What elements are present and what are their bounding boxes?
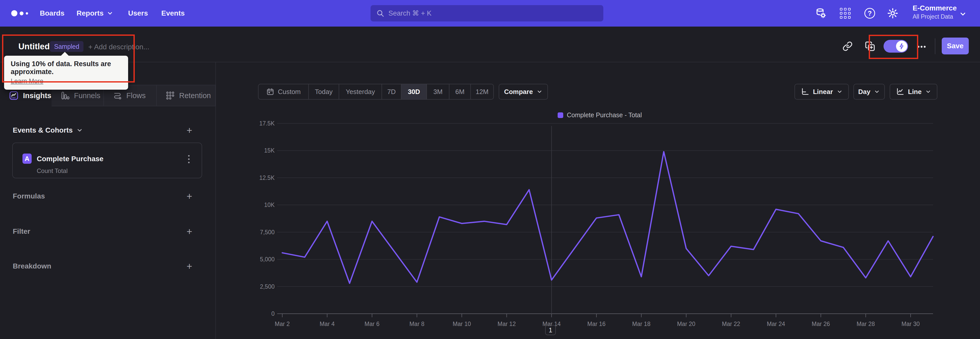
svg-text:Mar 8: Mar 8 — [409, 321, 425, 327]
nav-item-reports[interactable]: Reports — [76, 0, 113, 27]
date-range-control: Custom Today Yesterday 7D 30D 3M 6M 12M — [258, 84, 494, 100]
svg-text:15K: 15K — [264, 147, 275, 154]
svg-text:17.5K: 17.5K — [259, 120, 275, 127]
svg-text:Mar 28: Mar 28 — [856, 321, 875, 327]
range-3m[interactable]: 3M — [426, 84, 449, 99]
range-6m[interactable]: 6M — [449, 84, 470, 99]
sampling-toggle[interactable] — [883, 40, 908, 53]
event-name[interactable]: Complete Purchase — [37, 155, 103, 163]
range-custom[interactable]: Custom — [259, 84, 308, 99]
chart-type-dropdown[interactable]: Line — [890, 84, 937, 100]
search-input[interactable]: Search ⌘ + K — [371, 5, 603, 21]
svg-text:Mar 12: Mar 12 — [498, 321, 516, 327]
save-button[interactable]: Save — [942, 38, 969, 54]
insights-icon — [9, 90, 19, 101]
event-options-icon[interactable] — [184, 153, 194, 165]
range-30d[interactable]: 30D — [401, 84, 426, 99]
chevron-down-icon — [837, 89, 843, 95]
nav-item-boards[interactable]: Boards — [40, 0, 64, 27]
lightning-bolt-icon — [898, 43, 905, 50]
apps-grid-icon[interactable] — [839, 7, 851, 19]
chevron-down-icon — [874, 89, 880, 95]
project-switcher[interactable]: E-Commerce All Project Data — [913, 4, 957, 20]
project-scope: All Project Data — [913, 13, 957, 20]
copy-link-icon[interactable] — [842, 40, 853, 52]
project-chevron-icon[interactable] — [959, 10, 967, 18]
mixpanel-logo-icon[interactable] — [11, 10, 28, 16]
add-filter-button[interactable]: + — [184, 226, 194, 237]
pagination-page-1[interactable]: 1 — [545, 325, 556, 335]
add-to-board-icon[interactable] — [864, 40, 876, 52]
linear-axis-icon — [800, 87, 809, 96]
svg-text:Mar 24: Mar 24 — [767, 321, 785, 327]
svg-text:Mar 2: Mar 2 — [275, 321, 290, 327]
settings-gear-icon[interactable] — [886, 7, 899, 19]
scale-dropdown[interactable]: Linear — [794, 84, 849, 100]
series-letter-badge: A — [22, 154, 32, 164]
line-chart[interactable]: 02,5005,0007,50010K12.5K15K17.5KMar 2Mar… — [255, 116, 944, 336]
data-management-icon[interactable] — [815, 7, 827, 19]
divider — [935, 38, 935, 54]
chevron-down-icon — [107, 10, 113, 17]
funnels-icon — [60, 91, 70, 101]
line-chart-icon — [896, 87, 904, 96]
divider — [0, 62, 980, 62]
svg-text:Mar 18: Mar 18 — [632, 321, 651, 327]
compare-button[interactable]: Compare — [499, 84, 548, 100]
interval-dropdown[interactable]: Day — [853, 84, 885, 100]
nav-item-users[interactable]: Users — [128, 0, 148, 27]
search-placeholder: Search ⌘ + K — [388, 9, 431, 18]
retention-icon — [165, 91, 175, 101]
svg-text:10K: 10K — [264, 201, 275, 208]
section-formulas: Formulas — [13, 192, 45, 200]
report-title[interactable]: Untitled — [18, 42, 50, 51]
range-12m[interactable]: 12M — [470, 84, 493, 99]
tab-retention[interactable]: Retention — [157, 85, 216, 106]
chevron-down-icon — [536, 89, 542, 95]
svg-text:12.5K: 12.5K — [259, 174, 275, 181]
learn-more-link[interactable]: Learn More — [11, 77, 43, 85]
range-7d[interactable]: 7D — [382, 84, 401, 99]
chevron-down-icon — [76, 127, 83, 134]
tooltip-text: Using 10% of data. Results are approxima… — [11, 60, 121, 76]
add-formula-button[interactable]: + — [184, 191, 194, 201]
svg-text:Mar 4: Mar 4 — [320, 321, 334, 327]
search-icon — [376, 9, 384, 18]
svg-text:Mar 22: Mar 22 — [722, 321, 740, 327]
nav-item-events[interactable]: Events — [161, 0, 185, 27]
flows-icon — [113, 91, 122, 101]
svg-text:Mar 30: Mar 30 — [901, 321, 920, 327]
svg-text:0: 0 — [271, 310, 275, 317]
sampling-tooltip: Using 10% of data. Results are approxima… — [4, 56, 128, 90]
events-cohorts-header[interactable]: Events & Cohorts — [13, 126, 83, 134]
project-name: E-Commerce — [913, 4, 957, 12]
calendar-icon — [266, 88, 274, 96]
svg-text:Mar 20: Mar 20 — [677, 321, 695, 327]
svg-text:Mar 16: Mar 16 — [587, 321, 606, 327]
event-card[interactable]: A Complete Purchase Count Total — [12, 142, 202, 178]
range-today[interactable]: Today — [308, 84, 339, 99]
svg-text:Mar 6: Mar 6 — [364, 321, 380, 327]
sampled-badge[interactable]: Sampled — [50, 41, 83, 52]
svg-text:Mar 10: Mar 10 — [453, 321, 471, 327]
help-icon[interactable]: ? — [864, 7, 876, 19]
range-yesterday[interactable]: Yesterday — [339, 84, 382, 99]
section-filter: Filter — [13, 227, 30, 235]
add-breakdown-button[interactable]: + — [184, 261, 194, 271]
top-nav: Boards Reports Users Events Search ⌘ + K… — [0, 0, 980, 27]
svg-text:Mar 26: Mar 26 — [812, 321, 830, 327]
svg-text:5,000: 5,000 — [260, 256, 275, 262]
more-options-icon[interactable] — [916, 41, 928, 53]
add-description-field[interactable]: + Add description... — [88, 43, 149, 51]
svg-text:2,500: 2,500 — [260, 283, 275, 290]
section-breakdown: Breakdown — [13, 262, 51, 270]
event-metric[interactable]: Count Total — [37, 167, 68, 174]
add-event-button[interactable]: + — [184, 125, 194, 135]
svg-text:7,500: 7,500 — [260, 229, 275, 235]
chevron-down-icon — [925, 89, 931, 95]
